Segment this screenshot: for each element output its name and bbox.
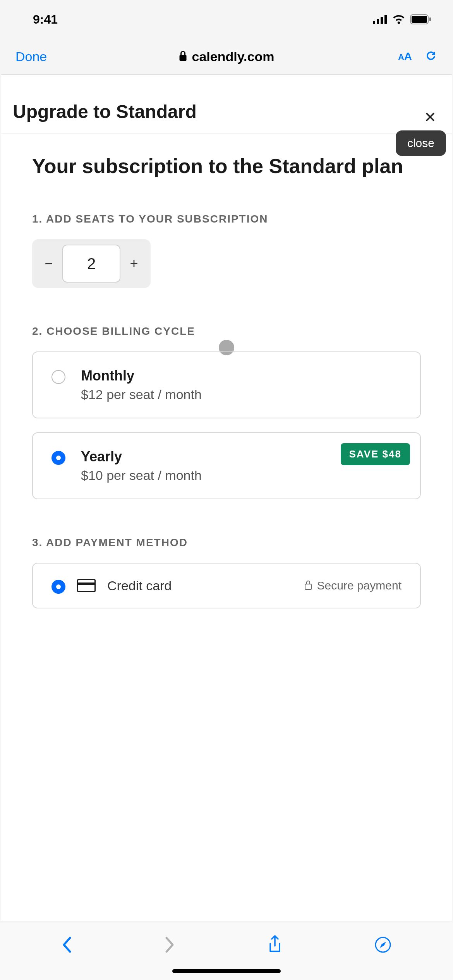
radio-credit-card[interactable] xyxy=(51,580,65,594)
modal-header: Upgrade to Standard ✕ close xyxy=(1,75,452,134)
svg-rect-5 xyxy=(412,16,427,23)
svg-rect-2 xyxy=(381,17,383,24)
seats-value[interactable]: 2 xyxy=(62,245,120,283)
url-text: calendly.com xyxy=(192,49,275,64)
radio-yearly[interactable] xyxy=(51,451,65,465)
done-button[interactable]: Done xyxy=(15,49,47,64)
safari-toolbar: Done calendly.com AA xyxy=(0,39,453,74)
modal-title: Upgrade to Standard xyxy=(13,101,197,122)
text-size-button[interactable]: AA xyxy=(398,50,412,63)
quantity-stepper: − 2 + xyxy=(32,239,151,288)
secure-lock-icon xyxy=(304,579,312,592)
svg-rect-0 xyxy=(373,21,375,24)
svg-rect-8 xyxy=(305,584,311,589)
payment-method-label: Credit card xyxy=(107,578,172,593)
wifi-icon xyxy=(392,15,405,24)
subscription-subtitle: Your subscription to the Standard plan xyxy=(32,152,421,180)
cellular-signal-icon xyxy=(373,15,388,24)
status-icons xyxy=(373,14,432,24)
billing-yearly-price: $10 per seat / month xyxy=(81,468,202,483)
share-button[interactable] xyxy=(267,935,283,956)
seats-section-label: 1. ADD SEATS TO YOUR SUBSCRIPTION xyxy=(32,213,421,225)
billing-yearly-label: Yearly xyxy=(81,449,202,465)
billing-option-monthly[interactable]: Monthly $12 per seat / month xyxy=(32,351,421,418)
decrement-button[interactable]: − xyxy=(38,253,59,274)
secure-payment-area: Secure payment xyxy=(304,579,402,592)
credit-card-icon xyxy=(77,579,96,592)
refresh-button[interactable] xyxy=(424,48,438,65)
battery-icon xyxy=(410,14,432,24)
billing-monthly-price: $12 per seat / month xyxy=(81,387,202,402)
save-badge: SAVE $48 xyxy=(341,443,410,465)
svg-rect-7 xyxy=(180,55,187,61)
payment-section-label: 3. ADD PAYMENT METHOD xyxy=(32,536,421,549)
status-time: 9:41 xyxy=(33,12,58,27)
forward-button[interactable] xyxy=(164,936,175,955)
back-button[interactable] xyxy=(62,936,72,955)
secure-payment-text: Secure payment xyxy=(317,579,402,592)
payment-option-credit-card[interactable]: Credit card Secure payment xyxy=(32,563,421,608)
billing-options: Monthly $12 per seat / month Yearly $10 … xyxy=(32,351,421,499)
page-content: Upgrade to Standard ✕ close Your subscri… xyxy=(1,74,452,922)
billing-option-yearly[interactable]: Yearly $10 per seat / month SAVE $48 xyxy=(32,432,421,499)
home-indicator[interactable] xyxy=(172,969,281,973)
safari-button[interactable] xyxy=(374,936,391,955)
svg-rect-3 xyxy=(384,15,387,24)
svg-rect-1 xyxy=(377,19,379,24)
status-bar: 9:41 xyxy=(0,0,453,39)
close-tooltip: close xyxy=(396,130,446,156)
url-display[interactable]: calendly.com xyxy=(179,49,275,64)
lock-icon xyxy=(179,50,187,63)
svg-rect-6 xyxy=(429,17,431,21)
billing-monthly-label: Monthly xyxy=(81,368,202,384)
modal-body: Your subscription to the Standard plan 1… xyxy=(1,134,452,627)
increment-button[interactable]: + xyxy=(124,253,144,274)
close-button[interactable]: ✕ xyxy=(424,109,436,126)
billing-section-label: 2. CHOOSE BILLING CYCLE xyxy=(32,325,421,338)
radio-monthly[interactable] xyxy=(51,370,65,384)
